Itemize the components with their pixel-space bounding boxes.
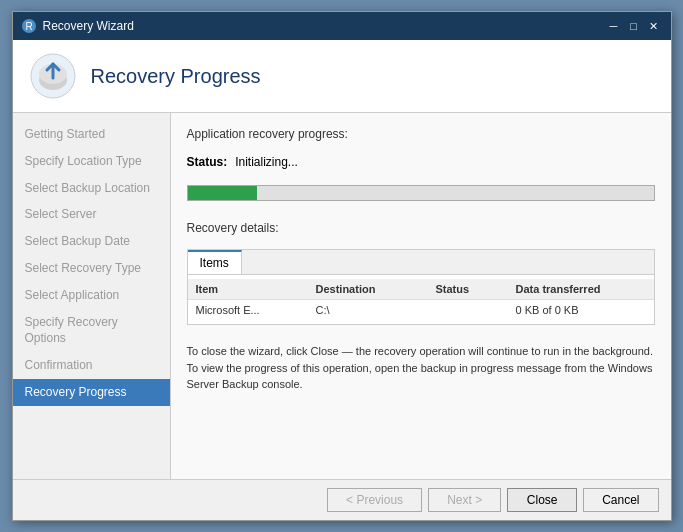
col-item: Item (196, 283, 316, 295)
header-title: Recovery Progress (91, 65, 261, 88)
footer: < Previous Next > Close Cancel (13, 479, 671, 520)
info-text-2: To view the progress of this operation, … (187, 360, 655, 393)
title-bar-controls: ─ □ ✕ (605, 18, 663, 34)
close-title-button[interactable]: ✕ (645, 18, 663, 34)
status-line: Status: Initializing... (187, 155, 655, 169)
sidebar-item-select-backup-date[interactable]: Select Backup Date (13, 228, 170, 255)
sidebar-item-select-backup-location[interactable]: Select Backup Location (13, 175, 170, 202)
close-button[interactable]: Close (507, 488, 577, 512)
sidebar-item-select-server[interactable]: Select Server (13, 201, 170, 228)
sidebar-item-select-recovery-type[interactable]: Select Recovery Type (13, 255, 170, 282)
header-icon (29, 52, 77, 100)
app-icon: R (21, 18, 37, 34)
progress-section-label: Application recovery progress: (187, 127, 655, 141)
row-item: Microsoft E... (196, 304, 316, 316)
sidebar-item-select-application[interactable]: Select Application (13, 282, 170, 309)
cancel-button[interactable]: Cancel (583, 488, 658, 512)
title-bar: R Recovery Wizard ─ □ ✕ (13, 12, 671, 40)
tab-header: Items (188, 250, 654, 275)
row-data-transferred: 0 KB of 0 KB (516, 304, 636, 316)
table-row: Microsoft E... C:\ 0 KB of 0 KB (188, 300, 654, 320)
col-destination: Destination (316, 283, 436, 295)
minimize-button[interactable]: ─ (605, 18, 623, 34)
status-label: Status: (187, 155, 228, 169)
col-data-transferred: Data transferred (516, 283, 636, 295)
next-button[interactable]: Next > (428, 488, 501, 512)
sidebar-item-specify-location-type[interactable]: Specify Location Type (13, 148, 170, 175)
maximize-button[interactable]: □ (625, 18, 643, 34)
progress-bar-fill (188, 186, 258, 200)
recovery-details-label: Recovery details: (187, 221, 655, 235)
table-area: Item Destination Status Data transferred… (188, 275, 654, 324)
sidebar: Getting Started Specify Location Type Se… (13, 113, 171, 479)
main-content: Application recovery progress: Status: I… (171, 113, 671, 479)
sidebar-item-specify-recovery-options[interactable]: Specify Recovery Options (13, 309, 170, 353)
header-area: Recovery Progress (13, 40, 671, 113)
sidebar-item-getting-started[interactable]: Getting Started (13, 121, 170, 148)
recovery-wizard-dialog: R Recovery Wizard ─ □ ✕ Recovery Progres… (12, 11, 672, 521)
col-status: Status (436, 283, 516, 295)
info-text-1: To close the wizard, click Close — the r… (187, 343, 655, 360)
row-destination: C:\ (316, 304, 436, 316)
progress-bar-container (187, 185, 655, 201)
sidebar-item-confirmation[interactable]: Confirmation (13, 352, 170, 379)
title-bar-text: Recovery Wizard (43, 19, 134, 33)
row-status (436, 304, 516, 316)
content-area: Getting Started Specify Location Type Se… (13, 113, 671, 479)
svg-text:R: R (25, 21, 32, 32)
title-bar-left: R Recovery Wizard (21, 18, 134, 34)
status-value: Initializing... (235, 155, 298, 169)
sidebar-item-recovery-progress[interactable]: Recovery Progress (13, 379, 170, 406)
table-header-row: Item Destination Status Data transferred (188, 279, 654, 300)
previous-button[interactable]: < Previous (327, 488, 422, 512)
tabs-area: Items Item Destination Status Data trans… (187, 249, 655, 325)
items-tab[interactable]: Items (188, 250, 242, 274)
